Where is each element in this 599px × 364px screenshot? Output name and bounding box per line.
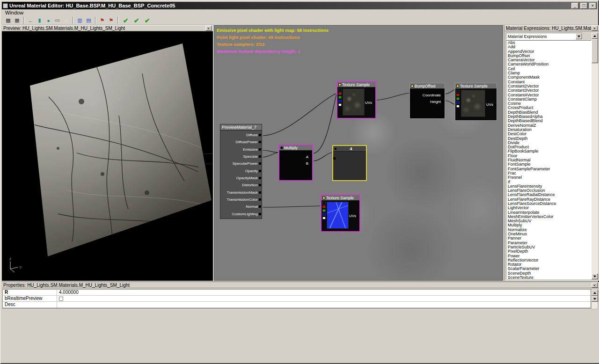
checkbox[interactable] <box>59 297 63 301</box>
green-check-button-3[interactable]: ✔ <box>142 16 153 25</box>
node-header[interactable]: Texture Sample <box>455 83 497 89</box>
multiply-input-b[interactable]: B <box>279 160 312 167</box>
expression-item[interactable]: Fresnel <box>506 175 591 180</box>
green-check-button-2[interactable]: ✔ <box>131 16 142 25</box>
input-connector[interactable] <box>259 205 261 208</box>
output-alpha-connector[interactable] <box>322 217 326 219</box>
toggle-stats-button[interactable]: ⚑ <box>98 16 107 25</box>
property-row-r[interactable]: R4.000000 <box>3 290 591 296</box>
node-texture-sample-top[interactable]: Texture Sample UVs <box>336 81 376 119</box>
input-connector[interactable] <box>259 148 261 151</box>
preview-plane-button[interactable]: ▭ <box>53 16 62 25</box>
node-header[interactable]: 4 <box>333 146 366 152</box>
camera-home-button[interactable]: ← <box>26 16 35 25</box>
preview-caption-bar[interactable]: Preview: HU_Lights.SM.Materials.M_HU_Lig… <box>2 25 213 31</box>
node-header[interactable]: Multiply <box>279 145 312 151</box>
expressions-scrollbar[interactable] <box>592 33 598 279</box>
expressions-close-icon[interactable]: × <box>592 26 598 31</box>
uvs-input-connector[interactable] <box>357 215 359 218</box>
input-connector[interactable] <box>259 184 261 186</box>
preview-close-icon[interactable]: × <box>205 26 212 31</box>
scrollbar-thumb[interactable] <box>592 39 598 63</box>
input-connector[interactable] <box>442 94 444 96</box>
node-multiply[interactable]: Multiply A B <box>278 144 313 181</box>
properties-scrollbar[interactable] <box>591 289 598 309</box>
node-header[interactable]: Texture Sample <box>337 82 375 87</box>
expression-item[interactable]: FlipBookSample <box>506 149 591 153</box>
output-blue-connector[interactable] <box>456 101 460 104</box>
node-bump-offset[interactable]: BumpOffset Coordinate Height <box>409 83 445 119</box>
bump-offset-input-coordinate[interactable]: Coordinate <box>410 92 445 98</box>
preview-cylinder-button[interactable]: ▮ <box>35 16 44 25</box>
input-connector[interactable] <box>259 155 261 158</box>
node-header[interactable]: Texture Sample <box>321 195 359 201</box>
output-green-connector[interactable] <box>456 97 460 100</box>
output-rgb-connector[interactable] <box>456 90 460 93</box>
preview-teapot-button[interactable]: ○ <box>62 16 71 25</box>
properties-caption-bar[interactable]: Properties: HU_Lights.SM.Materials.M_HU_… <box>2 282 599 288</box>
property-value[interactable]: 4.000000 <box>57 290 591 295</box>
output-red-connector[interactable] <box>456 94 460 96</box>
expressions-list[interactable]: AbsAddAppendVectorBumpOffsetCameraVector… <box>506 40 592 279</box>
search-node-button[interactable]: ⚑ <box>107 16 116 25</box>
expressions-category-dropdown[interactable]: Material Expressions <box>506 33 583 40</box>
input-connector[interactable] <box>259 134 261 136</box>
realtime-preview-icon[interactable] <box>322 197 325 199</box>
scroll-up-icon[interactable] <box>592 33 598 39</box>
properties-close-icon[interactable]: × <box>592 283 598 288</box>
output-connector[interactable] <box>333 157 336 160</box>
input-connector[interactable] <box>259 141 261 143</box>
output-connector[interactable] <box>410 98 412 101</box>
capture-thumbnail-button[interactable]: ▤ <box>84 16 93 25</box>
realtime-preview-icon[interactable] <box>411 85 414 87</box>
preview-sphere-button[interactable]: ● <box>44 16 53 25</box>
uvs-input-connector[interactable] <box>494 104 497 106</box>
property-row-brealtimepreview[interactable]: bRealtimePreview <box>3 296 591 302</box>
input-connector[interactable] <box>259 213 261 215</box>
input-connector[interactable] <box>259 191 261 194</box>
property-value[interactable] <box>57 302 591 308</box>
node-preview-material[interactable]: PreviewMaterial_7 DiffuseDiffusePowerEmi… <box>220 124 262 219</box>
green-check-button-1[interactable]: ✔ <box>120 16 131 25</box>
output-green-connector[interactable] <box>322 209 326 212</box>
output-alpha-connector[interactable] <box>338 103 342 106</box>
bump-offset-input-height[interactable]: Height <box>410 98 445 105</box>
output-alpha-connector[interactable] <box>456 105 460 108</box>
output-rgb-connector[interactable] <box>322 202 326 204</box>
output-blue-connector[interactable] <box>322 213 326 216</box>
minimize-button[interactable]: _ <box>571 3 578 9</box>
titlebar[interactable]: Unreal Material Editor: HU_Base.BSP.M_HU… <box>2 2 597 9</box>
node-texture-sample-right[interactable]: Texture Sample UVs <box>455 83 497 121</box>
scroll-down-icon[interactable] <box>592 273 598 279</box>
realtime-preview-icon[interactable] <box>338 83 341 86</box>
expression-item[interactable]: SceneTexture <box>506 276 591 279</box>
output-rgb-connector[interactable] <box>338 88 342 91</box>
menu-window[interactable]: Window <box>2 10 27 15</box>
realtime-preview-icon[interactable] <box>456 85 459 87</box>
show-background-button[interactable]: ▩ <box>4 16 13 25</box>
node-title[interactable]: PreviewMaterial_7 <box>220 124 262 131</box>
input-connector[interactable] <box>259 198 261 201</box>
output-red-connector[interactable] <box>322 205 326 208</box>
expression-item[interactable]: FontSampleParameter <box>506 167 591 171</box>
input-connector[interactable] <box>309 156 312 158</box>
dropdown-arrow-icon[interactable] <box>576 33 582 39</box>
node-constant-4[interactable]: 4 <box>332 145 367 181</box>
node-texture-sample-normal[interactable]: Texture Sample UVs <box>321 194 360 232</box>
maximize-button[interactable]: □ <box>580 3 587 9</box>
input-connector[interactable] <box>259 170 261 172</box>
multiply-input-a[interactable]: A <box>279 153 312 160</box>
preview-toggle-icon[interactable] <box>280 146 283 149</box>
node-header[interactable]: BumpOffset <box>410 83 445 89</box>
uvs-input-connector[interactable] <box>373 102 375 104</box>
input-connector[interactable] <box>442 101 444 103</box>
expressions-caption-bar[interactable]: Material Expressions: HU_Lights.SM.Mater… <box>504 25 599 31</box>
input-connector[interactable] <box>259 177 261 179</box>
close-button[interactable]: × <box>589 3 596 9</box>
preview-viewport[interactable]: Z Y <box>2 31 213 281</box>
toggle-grid-button[interactable]: ▦ <box>13 16 22 25</box>
expression-item[interactable]: Abs <box>506 41 591 45</box>
realtime-preview-button[interactable]: ▥ <box>75 16 84 25</box>
output-connector[interactable] <box>279 157 282 160</box>
scroll-down-icon[interactable] <box>592 296 598 302</box>
